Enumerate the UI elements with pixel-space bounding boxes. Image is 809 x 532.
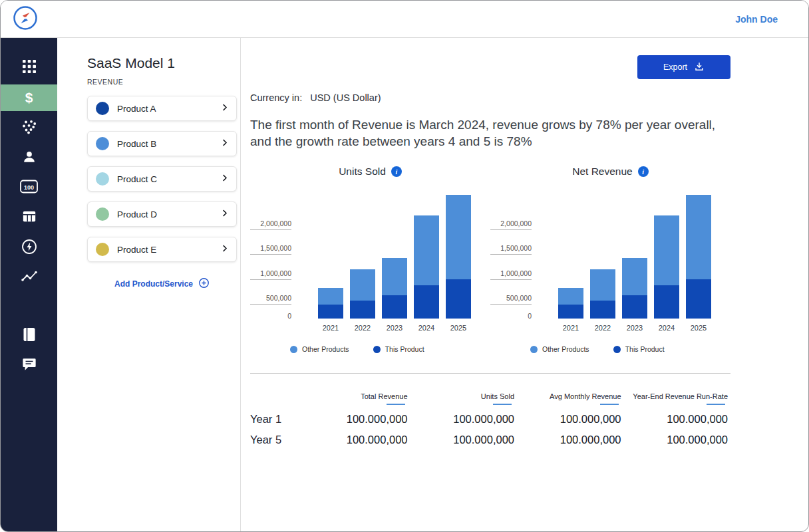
net-revenue-chart: Net Revenue i 2,000,0001,500,0001,000,00… (490, 166, 730, 353)
hundred-badge-icon: 100 (20, 180, 38, 196)
sidebar-item-book[interactable] (1, 321, 57, 350)
product-label: Product E (117, 245, 220, 255)
product-color-dot (96, 172, 109, 186)
table-cell: 100.000,000 (303, 434, 410, 446)
header-underline (493, 404, 512, 405)
legend-label: This Product (385, 345, 424, 353)
info-icon[interactable]: i (391, 166, 402, 177)
logo-button[interactable] (13, 5, 38, 33)
legend-label: Other Products (302, 345, 349, 353)
units-sold-chart: Units Sold i 2,000,0001,500,0001,000,000… (250, 166, 490, 353)
section-label: REVENUE (87, 78, 236, 86)
chevron-right-icon (220, 102, 230, 115)
y-tick-label: 1,500,000 (490, 244, 532, 255)
chart-legend: Other Products This Product (490, 345, 730, 353)
x-tick-label: 2022 (350, 324, 375, 332)
dollar-icon: $ (25, 90, 33, 106)
y-tick-label: 0 (490, 312, 532, 322)
stacked-bar-2023 (382, 258, 407, 319)
x-tick-label: 2024 (654, 324, 679, 332)
column-header: Year-End Revenue Run-Rate (624, 392, 731, 405)
summary-table: Total Revenue Units Sold Avg Monthly Rev… (250, 392, 730, 446)
table-columns-icon (22, 209, 37, 227)
legend-dot (373, 346, 381, 353)
product-color-dot (96, 102, 109, 115)
icon-sidebar: $ (1, 38, 57, 531)
product-card-b[interactable]: Product B (87, 131, 237, 156)
row-label: Year 1 (250, 413, 303, 426)
chart-legend: Other Products This Product (250, 345, 490, 353)
legend-item: Other Products (530, 345, 589, 353)
sidebar-item-bolt[interactable] (1, 233, 57, 263)
table-cell: 100.000,000 (517, 413, 624, 426)
currency-value: USD (US Dollar) (310, 92, 381, 103)
scatter-dots-icon (22, 120, 37, 137)
x-tick-label: 2021 (558, 324, 583, 332)
legend-item: Other Products (290, 345, 349, 353)
chart-title: Net Revenue (572, 166, 632, 178)
svg-text:100: 100 (24, 184, 34, 191)
stacked-bar-2025 (686, 195, 711, 319)
product-label: Product B (117, 139, 220, 149)
legend-dot (530, 346, 538, 353)
table-cell: 100.000,000 (624, 413, 731, 426)
apps-grid-icon (23, 60, 36, 76)
legend-label: Other Products (542, 345, 589, 353)
column-header: Units Sold (410, 392, 518, 405)
y-tick-label: 1,000,000 (490, 269, 532, 280)
sidebar-item-revenue[interactable]: $ (1, 84, 57, 111)
section-divider (250, 373, 730, 374)
export-label: Export (663, 63, 687, 72)
chevron-right-icon (220, 208, 230, 221)
y-tick-label: 500,000 (250, 294, 291, 305)
table-cell: 100.000,000 (517, 434, 624, 446)
sidebar-item-hundred[interactable]: 100 (1, 173, 57, 203)
product-card-d[interactable]: Product D (87, 201, 237, 227)
table-cell: 100.000,000 (624, 434, 731, 446)
charts-row: Units Sold i 2,000,0001,500,0001,000,000… (250, 166, 730, 353)
legend-dot (290, 346, 297, 353)
y-tick-label: 1,000,000 (250, 269, 291, 280)
user-menu[interactable]: John Doe (735, 14, 778, 25)
sidebar-item-scatter[interactable] (1, 113, 57, 143)
stacked-bar-2025 (446, 195, 471, 319)
table-cell: 100.000,000 (410, 413, 518, 426)
sidebar-item-table[interactable] (1, 203, 57, 233)
book-icon (23, 327, 36, 344)
y-axis: 2,000,0001,500,0001,000,000500,0000 (250, 192, 295, 319)
add-product-button[interactable]: Add Product/Service (87, 277, 237, 291)
currency-row: Currency in: USD (US Dollar) (250, 92, 730, 103)
legend-item: This Product (373, 345, 424, 353)
export-button[interactable]: Export (637, 55, 730, 79)
trend-line-icon (21, 269, 37, 287)
sidebar-item-person[interactable] (1, 143, 57, 173)
download-icon (694, 61, 705, 74)
currency-label: Currency in: (250, 92, 302, 103)
product-card-a[interactable]: Product A (87, 96, 237, 121)
product-card-e[interactable]: Product E (87, 237, 237, 262)
revenue-summary-text: The first month of Revenue is March 2024… (250, 116, 719, 150)
product-card-c[interactable]: Product C (87, 166, 237, 192)
x-tick-label: 2022 (590, 324, 615, 332)
sidebar-item-apps[interactable] (1, 53, 57, 82)
sidebar-item-trend[interactable] (1, 263, 57, 293)
add-product-label: Add Product/Service (114, 279, 193, 289)
legend-dot (613, 346, 621, 353)
product-panel: SaaS Model 1 REVENUE Product A Product B… (57, 38, 241, 531)
stacked-bar-2021 (558, 288, 583, 319)
x-tick-label: 2025 (446, 324, 471, 332)
stacked-bar-2023 (622, 258, 647, 319)
stacked-bar-2024 (414, 215, 439, 319)
compass-logo-icon (13, 5, 38, 33)
chevron-right-icon (220, 138, 230, 150)
info-icon[interactable]: i (638, 166, 649, 177)
header-underline (387, 404, 405, 405)
y-axis: 2,000,0001,500,0001,000,000500,0000 (490, 192, 536, 319)
sidebar-item-chat[interactable] (1, 350, 57, 380)
x-labels: 20212022202320242025 (295, 324, 490, 332)
chat-bubble-icon (22, 357, 37, 374)
y-tick-label: 2,000,000 (490, 219, 532, 230)
table-cell: 100.000,000 (410, 434, 518, 446)
app-window: John Doe $ (0, 0, 809, 532)
main-content: Export Currency in: USD (US Dollar) The … (241, 38, 808, 531)
